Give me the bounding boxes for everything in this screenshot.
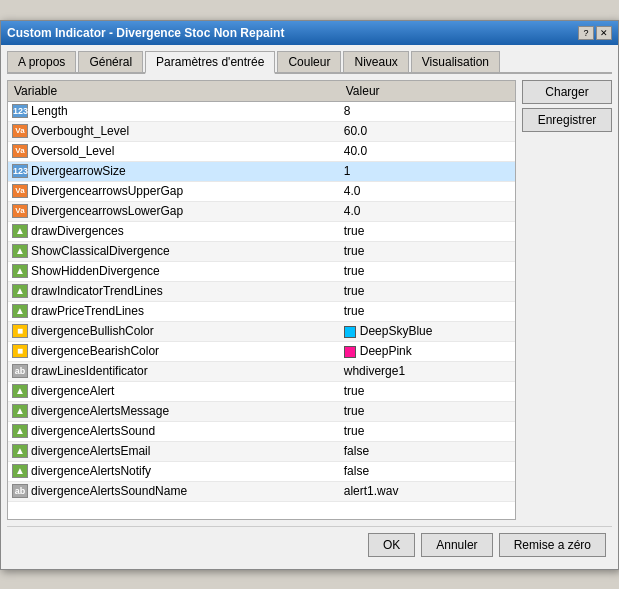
bottom-bar: OK Annuler Remise a zéro xyxy=(7,526,612,563)
table-row[interactable]: VaDivergencearrowsUpperGap4.0 xyxy=(8,181,515,201)
table-row[interactable]: ■divergenceBullishColorDeepSkyBlue xyxy=(8,321,515,341)
param-value: 4.0 xyxy=(340,181,515,201)
tab-niveaux[interactable]: Niveaux xyxy=(343,51,408,72)
ab-icon: ab xyxy=(12,364,28,378)
main-window: Custom Indicator - Divergence Stoc Non R… xyxy=(0,20,619,570)
enregistrer-button[interactable]: Enregistrer xyxy=(522,108,612,132)
color-swatch xyxy=(344,346,356,358)
table-row[interactable]: ▲drawIndicatorTrendLinestrue xyxy=(8,281,515,301)
col-variable: Variable xyxy=(8,81,340,102)
param-name: DivergencearrowsUpperGap xyxy=(31,184,183,198)
param-value: true xyxy=(340,381,515,401)
tab-apropos[interactable]: A propos xyxy=(7,51,76,72)
table-row[interactable]: VaDivergencearrowsLowerGap4.0 xyxy=(8,201,515,221)
param-name: divergenceAlertsNotify xyxy=(31,464,151,478)
color-icon: ■ xyxy=(12,324,28,338)
table-row[interactable]: ▲divergenceAlertsSoundtrue xyxy=(8,421,515,441)
param-name: drawPriceTrendLines xyxy=(31,304,144,318)
param-value: 40.0 xyxy=(340,141,515,161)
table-row[interactable]: ▲ShowClassicalDivergencetrue xyxy=(8,241,515,261)
param-value: DeepSkyBlue xyxy=(340,321,515,341)
param-value: false xyxy=(340,461,515,481)
param-value: true xyxy=(340,221,515,241)
table-row[interactable]: 123Length8 xyxy=(8,101,515,121)
col-valeur: Valeur xyxy=(340,81,515,102)
tab-visualisation[interactable]: Visualisation xyxy=(411,51,500,72)
table-row[interactable]: ▲divergenceAlerttrue xyxy=(8,381,515,401)
param-name: ShowHiddenDivergence xyxy=(31,264,160,278)
tab-general[interactable]: Général xyxy=(78,51,143,72)
int-icon: 123 xyxy=(12,104,28,118)
param-name: divergenceAlertsSoundName xyxy=(31,484,187,498)
main-panel: Variable Valeur 123Length8VaOverbought_L… xyxy=(7,80,612,520)
val-icon: Va xyxy=(12,144,28,158)
table-header-row: Variable Valeur xyxy=(8,81,515,102)
arrow-icon: ▲ xyxy=(12,404,28,418)
param-name: drawDivergences xyxy=(31,224,124,238)
param-name: divergenceBearishColor xyxy=(31,344,159,358)
table-row[interactable]: 123DivergearrowSize1 xyxy=(8,161,515,181)
ok-button[interactable]: OK xyxy=(368,533,415,557)
param-name: DivergencearrowsLowerGap xyxy=(31,204,183,218)
table-row[interactable]: ▲divergenceAlertsEmailfalse xyxy=(8,441,515,461)
arrow-icon: ▲ xyxy=(12,284,28,298)
param-name: ShowClassicalDivergence xyxy=(31,244,170,258)
param-value: 1 xyxy=(340,161,515,181)
sidebar-buttons: Charger Enregistrer xyxy=(522,80,612,520)
param-name: divergenceAlertsEmail xyxy=(31,444,150,458)
window-body: A propos Général Paramètres d'entrée Cou… xyxy=(1,45,618,569)
color-icon: ■ xyxy=(12,344,28,358)
param-value: true xyxy=(340,301,515,321)
table-row[interactable]: VaOverbought_Level60.0 xyxy=(8,121,515,141)
table-row[interactable]: VaOversold_Level40.0 xyxy=(8,141,515,161)
param-name: Length xyxy=(31,104,68,118)
param-name: Oversold_Level xyxy=(31,144,114,158)
charger-button[interactable]: Charger xyxy=(522,80,612,104)
help-button[interactable]: ? xyxy=(578,26,594,40)
title-bar: Custom Indicator - Divergence Stoc Non R… xyxy=(1,21,618,45)
table-row[interactable]: ▲ShowHiddenDivergencetrue xyxy=(8,261,515,281)
arrow-icon: ▲ xyxy=(12,464,28,478)
remise-button[interactable]: Remise a zéro xyxy=(499,533,606,557)
params-table-container: Variable Valeur 123Length8VaOverbought_L… xyxy=(7,80,516,520)
arrow-icon: ▲ xyxy=(12,304,28,318)
close-button[interactable]: ✕ xyxy=(596,26,612,40)
params-table: Variable Valeur 123Length8VaOverbought_L… xyxy=(8,81,515,502)
annuler-button[interactable]: Annuler xyxy=(421,533,492,557)
table-row[interactable]: abdrawLinesIdentificatorwhdiverge1 xyxy=(8,361,515,381)
ab-icon: ab xyxy=(12,484,28,498)
table-row[interactable]: ▲drawDivergencestrue xyxy=(8,221,515,241)
arrow-icon: ▲ xyxy=(12,444,28,458)
param-value: true xyxy=(340,261,515,281)
param-value: whdiverge1 xyxy=(340,361,515,381)
table-row[interactable]: ▲drawPriceTrendLinestrue xyxy=(8,301,515,321)
tab-params[interactable]: Paramètres d'entrée xyxy=(145,51,275,74)
param-name: divergenceAlertsSound xyxy=(31,424,155,438)
table-row[interactable]: ■divergenceBearishColorDeepPink xyxy=(8,341,515,361)
param-value: 4.0 xyxy=(340,201,515,221)
arrow-icon: ▲ xyxy=(12,384,28,398)
table-row[interactable]: abdivergenceAlertsSoundNamealert1.wav xyxy=(8,481,515,501)
color-swatch xyxy=(344,326,356,338)
window-title: Custom Indicator - Divergence Stoc Non R… xyxy=(7,26,284,40)
param-name: Overbought_Level xyxy=(31,124,129,138)
tab-couleur[interactable]: Couleur xyxy=(277,51,341,72)
table-row[interactable]: ▲divergenceAlertsNotifyfalse xyxy=(8,461,515,481)
param-name: divergenceAlertsMessage xyxy=(31,404,169,418)
arrow-icon: ▲ xyxy=(12,224,28,238)
arrow-icon: ▲ xyxy=(12,424,28,438)
param-value: false xyxy=(340,441,515,461)
tab-bar: A propos Général Paramètres d'entrée Cou… xyxy=(7,51,612,74)
param-value: true xyxy=(340,281,515,301)
param-value: true xyxy=(340,421,515,441)
val-icon: Va xyxy=(12,124,28,138)
val-icon: Va xyxy=(12,184,28,198)
param-value: 60.0 xyxy=(340,121,515,141)
arrow-icon: ▲ xyxy=(12,264,28,278)
table-row[interactable]: ▲divergenceAlertsMessagetrue xyxy=(8,401,515,421)
arrow-icon: ▲ xyxy=(12,244,28,258)
param-name: divergenceBullishColor xyxy=(31,324,154,338)
param-name: drawLinesIdentificator xyxy=(31,364,148,378)
param-value: alert1.wav xyxy=(340,481,515,501)
param-name: DivergearrowSize xyxy=(31,164,126,178)
